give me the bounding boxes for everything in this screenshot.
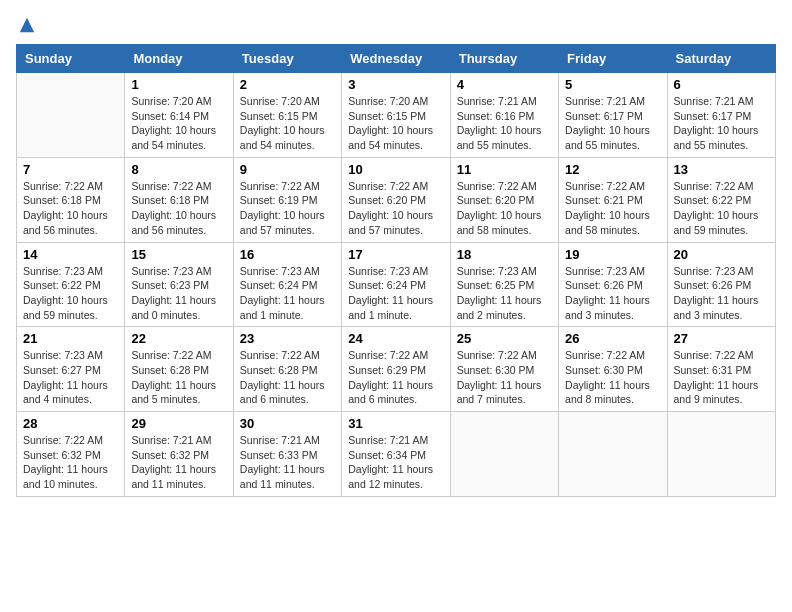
day-info: Sunrise: 7:22 AMSunset: 6:19 PMDaylight:… <box>240 179 335 238</box>
day-number: 8 <box>131 162 226 177</box>
calendar-cell: 16Sunrise: 7:23 AMSunset: 6:24 PMDayligh… <box>233 242 341 327</box>
day-number: 30 <box>240 416 335 431</box>
day-info: Sunrise: 7:22 AMSunset: 6:30 PMDaylight:… <box>565 348 660 407</box>
day-number: 7 <box>23 162 118 177</box>
calendar-cell: 20Sunrise: 7:23 AMSunset: 6:26 PMDayligh… <box>667 242 775 327</box>
day-number: 16 <box>240 247 335 262</box>
calendar-cell: 4Sunrise: 7:21 AMSunset: 6:16 PMDaylight… <box>450 73 558 158</box>
day-number: 26 <box>565 331 660 346</box>
calendar-cell: 7Sunrise: 7:22 AMSunset: 6:18 PMDaylight… <box>17 157 125 242</box>
day-number: 25 <box>457 331 552 346</box>
calendar-cell: 26Sunrise: 7:22 AMSunset: 6:30 PMDayligh… <box>559 327 667 412</box>
calendar-cell <box>667 412 775 497</box>
calendar-week-4: 21Sunrise: 7:23 AMSunset: 6:27 PMDayligh… <box>17 327 776 412</box>
calendar-week-2: 7Sunrise: 7:22 AMSunset: 6:18 PMDaylight… <box>17 157 776 242</box>
day-info: Sunrise: 7:23 AMSunset: 6:26 PMDaylight:… <box>674 264 769 323</box>
calendar-cell: 19Sunrise: 7:23 AMSunset: 6:26 PMDayligh… <box>559 242 667 327</box>
day-number: 4 <box>457 77 552 92</box>
calendar-cell: 30Sunrise: 7:21 AMSunset: 6:33 PMDayligh… <box>233 412 341 497</box>
header-tuesday: Tuesday <box>233 45 341 73</box>
day-number: 31 <box>348 416 443 431</box>
day-number: 14 <box>23 247 118 262</box>
calendar-cell: 21Sunrise: 7:23 AMSunset: 6:27 PMDayligh… <box>17 327 125 412</box>
day-number: 12 <box>565 162 660 177</box>
day-info: Sunrise: 7:21 AMSunset: 6:32 PMDaylight:… <box>131 433 226 492</box>
calendar-cell: 29Sunrise: 7:21 AMSunset: 6:32 PMDayligh… <box>125 412 233 497</box>
day-info: Sunrise: 7:20 AMSunset: 6:15 PMDaylight:… <box>240 94 335 153</box>
header-wednesday: Wednesday <box>342 45 450 73</box>
day-info: Sunrise: 7:22 AMSunset: 6:20 PMDaylight:… <box>457 179 552 238</box>
day-info: Sunrise: 7:22 AMSunset: 6:20 PMDaylight:… <box>348 179 443 238</box>
svg-marker-0 <box>20 18 34 32</box>
calendar-cell: 22Sunrise: 7:22 AMSunset: 6:28 PMDayligh… <box>125 327 233 412</box>
day-number: 5 <box>565 77 660 92</box>
day-number: 10 <box>348 162 443 177</box>
day-number: 13 <box>674 162 769 177</box>
page-header <box>16 16 776 34</box>
calendar-cell: 15Sunrise: 7:23 AMSunset: 6:23 PMDayligh… <box>125 242 233 327</box>
calendar-header-row: SundayMondayTuesdayWednesdayThursdayFrid… <box>17 45 776 73</box>
day-info: Sunrise: 7:20 AMSunset: 6:14 PMDaylight:… <box>131 94 226 153</box>
calendar-week-5: 28Sunrise: 7:22 AMSunset: 6:32 PMDayligh… <box>17 412 776 497</box>
day-number: 17 <box>348 247 443 262</box>
calendar-cell: 25Sunrise: 7:22 AMSunset: 6:30 PMDayligh… <box>450 327 558 412</box>
day-number: 22 <box>131 331 226 346</box>
day-info: Sunrise: 7:23 AMSunset: 6:22 PMDaylight:… <box>23 264 118 323</box>
calendar-cell: 27Sunrise: 7:22 AMSunset: 6:31 PMDayligh… <box>667 327 775 412</box>
calendar-cell: 23Sunrise: 7:22 AMSunset: 6:28 PMDayligh… <box>233 327 341 412</box>
logo <box>16 16 36 34</box>
calendar-cell: 31Sunrise: 7:21 AMSunset: 6:34 PMDayligh… <box>342 412 450 497</box>
day-info: Sunrise: 7:22 AMSunset: 6:18 PMDaylight:… <box>23 179 118 238</box>
day-number: 1 <box>131 77 226 92</box>
calendar-table: SundayMondayTuesdayWednesdayThursdayFrid… <box>16 44 776 497</box>
calendar-week-1: 1Sunrise: 7:20 AMSunset: 6:14 PMDaylight… <box>17 73 776 158</box>
calendar-cell: 3Sunrise: 7:20 AMSunset: 6:15 PMDaylight… <box>342 73 450 158</box>
day-number: 28 <box>23 416 118 431</box>
day-info: Sunrise: 7:23 AMSunset: 6:24 PMDaylight:… <box>348 264 443 323</box>
calendar-cell: 11Sunrise: 7:22 AMSunset: 6:20 PMDayligh… <box>450 157 558 242</box>
day-info: Sunrise: 7:23 AMSunset: 6:27 PMDaylight:… <box>23 348 118 407</box>
header-thursday: Thursday <box>450 45 558 73</box>
day-info: Sunrise: 7:22 AMSunset: 6:29 PMDaylight:… <box>348 348 443 407</box>
calendar-cell: 12Sunrise: 7:22 AMSunset: 6:21 PMDayligh… <box>559 157 667 242</box>
day-info: Sunrise: 7:22 AMSunset: 6:18 PMDaylight:… <box>131 179 226 238</box>
day-number: 21 <box>23 331 118 346</box>
header-monday: Monday <box>125 45 233 73</box>
day-number: 9 <box>240 162 335 177</box>
day-number: 20 <box>674 247 769 262</box>
calendar-cell: 18Sunrise: 7:23 AMSunset: 6:25 PMDayligh… <box>450 242 558 327</box>
calendar-cell <box>559 412 667 497</box>
day-info: Sunrise: 7:21 AMSunset: 6:34 PMDaylight:… <box>348 433 443 492</box>
day-info: Sunrise: 7:22 AMSunset: 6:28 PMDaylight:… <box>240 348 335 407</box>
calendar-cell: 28Sunrise: 7:22 AMSunset: 6:32 PMDayligh… <box>17 412 125 497</box>
day-info: Sunrise: 7:22 AMSunset: 6:32 PMDaylight:… <box>23 433 118 492</box>
day-number: 24 <box>348 331 443 346</box>
calendar-cell <box>17 73 125 158</box>
calendar-cell: 5Sunrise: 7:21 AMSunset: 6:17 PMDaylight… <box>559 73 667 158</box>
calendar-cell: 9Sunrise: 7:22 AMSunset: 6:19 PMDaylight… <box>233 157 341 242</box>
calendar-cell: 1Sunrise: 7:20 AMSunset: 6:14 PMDaylight… <box>125 73 233 158</box>
day-info: Sunrise: 7:23 AMSunset: 6:23 PMDaylight:… <box>131 264 226 323</box>
calendar-cell: 17Sunrise: 7:23 AMSunset: 6:24 PMDayligh… <box>342 242 450 327</box>
calendar-cell: 2Sunrise: 7:20 AMSunset: 6:15 PMDaylight… <box>233 73 341 158</box>
day-number: 2 <box>240 77 335 92</box>
calendar-cell: 6Sunrise: 7:21 AMSunset: 6:17 PMDaylight… <box>667 73 775 158</box>
calendar-cell: 13Sunrise: 7:22 AMSunset: 6:22 PMDayligh… <box>667 157 775 242</box>
day-info: Sunrise: 7:21 AMSunset: 6:33 PMDaylight:… <box>240 433 335 492</box>
calendar-cell: 8Sunrise: 7:22 AMSunset: 6:18 PMDaylight… <box>125 157 233 242</box>
day-info: Sunrise: 7:22 AMSunset: 6:22 PMDaylight:… <box>674 179 769 238</box>
day-info: Sunrise: 7:22 AMSunset: 6:21 PMDaylight:… <box>565 179 660 238</box>
header-friday: Friday <box>559 45 667 73</box>
day-info: Sunrise: 7:23 AMSunset: 6:24 PMDaylight:… <box>240 264 335 323</box>
calendar-cell: 10Sunrise: 7:22 AMSunset: 6:20 PMDayligh… <box>342 157 450 242</box>
day-info: Sunrise: 7:21 AMSunset: 6:17 PMDaylight:… <box>674 94 769 153</box>
day-info: Sunrise: 7:20 AMSunset: 6:15 PMDaylight:… <box>348 94 443 153</box>
day-number: 6 <box>674 77 769 92</box>
logo-icon <box>18 16 36 34</box>
day-info: Sunrise: 7:22 AMSunset: 6:31 PMDaylight:… <box>674 348 769 407</box>
day-number: 29 <box>131 416 226 431</box>
day-info: Sunrise: 7:23 AMSunset: 6:26 PMDaylight:… <box>565 264 660 323</box>
header-saturday: Saturday <box>667 45 775 73</box>
day-number: 27 <box>674 331 769 346</box>
day-number: 3 <box>348 77 443 92</box>
